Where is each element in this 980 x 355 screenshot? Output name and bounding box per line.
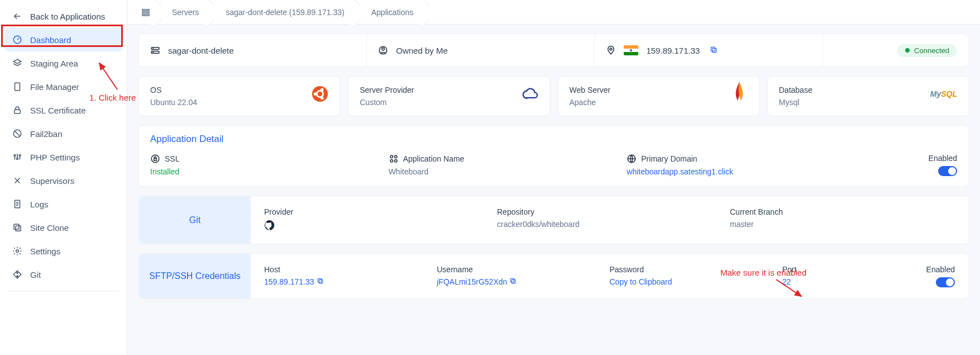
server-name-seg: sagar-dont-delete [139,34,367,67]
svg-rect-37 [319,280,323,283]
copy-icon [12,223,22,233]
info-label: OS [150,86,197,94]
sidebar-item-dashboard[interactable]: Dashboard [4,28,122,51]
svg-point-18 [153,48,154,49]
sidebar-item-git[interactable]: Git [4,263,122,286]
detail-label: SSL [150,154,381,164]
cloud-icon [522,86,538,102]
svg-point-22 [610,48,613,50]
svg-point-29 [321,97,324,100]
sidebar-item-logs[interactable]: Logs [4,192,122,216]
sidebar-item-supervisors[interactable]: Supervisors [4,169,122,192]
detail-label: Username [437,265,601,274]
svg-point-32 [390,155,393,158]
sidebar-item-settings[interactable]: Settings [4,239,122,263]
primary-domain-link[interactable]: whiteboardapp.satesting1.click [627,167,857,176]
main-panel: Servers sagar-dont-delete (159.89.171.33… [127,0,980,355]
gauge-icon [12,35,22,45]
sidebar: Back to Applications Dashboard Staging A… [0,0,127,355]
copy-host-button[interactable] [317,277,324,286]
file-icon [12,82,22,92]
breadcrumb-label: Servers [172,8,199,17]
server-ip-seg: 159.89.171.33 [595,34,823,67]
info-value: Ubuntu 22.04 [150,98,197,107]
git-tab-head[interactable]: Git [139,196,251,244]
sidebar-item-fail2ban[interactable]: Fail2ban [4,122,122,145]
detail-label: Primary Domain [627,154,857,164]
git-icon [12,269,22,280]
sidebar-item-label: Site Clone [30,223,69,233]
detail-label: Port [782,265,865,274]
app-name: Whiteboard [389,167,619,176]
breadcrumb-item[interactable]: Servers [161,0,214,25]
sidebar-item-staging[interactable]: Staging Area [4,51,122,75]
copy-user-button[interactable] [509,277,517,286]
svg-point-19 [153,52,154,53]
svg-rect-14 [142,12,149,13]
sidebar-item-label: Git [30,270,41,280]
sftp-user[interactable]: jFQALmi15rG52Xdn [437,277,601,286]
sftp-copy-password[interactable]: Copy to Clipboard [610,277,775,286]
apache-logo-icon [731,86,748,102]
server-ip: 159.89.171.33 [646,46,700,55]
sidebar-item-php[interactable]: PHP Settings [4,145,122,169]
app-icon [389,154,399,164]
ubuntu-logo-icon [312,86,328,102]
app-enabled-toggle[interactable] [938,166,957,176]
arrow-left-icon [12,11,22,21]
breadcrumb-label: Applications [371,8,414,17]
sidebar-back-button[interactable]: Back to Applications [4,4,122,28]
svg-point-12 [17,276,18,277]
svg-rect-15 [142,14,149,15]
mysql-logo-icon: MySQL [930,86,957,102]
git-card: Git Provider Repository cracker0dks/whit… [138,196,969,244]
detail-label: Host [264,265,429,274]
status-dot-icon [905,48,910,53]
svg-rect-13 [142,9,149,10]
svg-rect-8 [16,226,21,231]
sftp-tab-head[interactable]: SFTP/SSH Credentials [139,254,251,299]
svg-rect-31 [154,158,157,160]
sliders-icon [12,152,22,162]
tools-icon [12,176,22,186]
svg-point-5 [17,158,18,160]
server-owner-seg: Owned by Me [367,34,595,67]
svg-rect-39 [512,280,516,283]
sidebar-item-ssl[interactable]: SSL Certificate [4,98,122,122]
info-value: Mysql [779,98,812,107]
shield-lock-icon [150,154,160,164]
breadcrumb-item[interactable]: Applications [360,0,429,25]
svg-rect-1 [15,83,20,91]
sidebar-item-label: SSL Certificate [30,106,86,115]
info-label: Web Server [570,86,611,94]
svg-rect-40 [510,278,514,282]
breadcrumb-item[interactable]: sagar-dont-delete (159.89.171.33) [214,0,360,25]
copy-ip-button[interactable] [710,46,718,55]
detail-label: Current Branch [730,207,955,216]
info-value: Custom [360,98,414,107]
section-title: Application Detail [139,126,968,148]
sidebar-divider [8,291,119,291]
status-label: Connected [914,46,949,55]
sidebar-item-site-clone[interactable]: Site Clone [4,216,122,239]
sidebar-item-label: Logs [30,200,49,209]
detail-label: Enabled [929,154,957,163]
sidebar-item-label: PHP Settings [30,153,80,162]
ssl-status: Installed [150,167,381,176]
svg-point-28 [321,88,324,92]
sidebar-item-label: Dashboard [30,35,71,45]
sftp-enabled-toggle[interactable] [936,277,955,287]
lock-icon [12,105,22,115]
detail-label: Enabled [926,265,955,274]
sftp-host[interactable]: 159.89.171.33 [264,277,429,286]
info-label: Database [779,86,812,94]
sidebar-item-label: Supervisors [30,176,74,186]
svg-rect-23 [713,48,716,52]
breadcrumb-home[interactable] [132,0,161,25]
sftp-card: SFTP/SSH Credentials Host 159.89.171.33 … [138,253,969,299]
svg-point-34 [390,160,393,163]
svg-point-10 [16,250,19,253]
svg-rect-24 [711,47,715,51]
sidebar-item-file-manager[interactable]: File Manager [4,75,122,98]
status-connected-pill: Connected [897,44,957,57]
